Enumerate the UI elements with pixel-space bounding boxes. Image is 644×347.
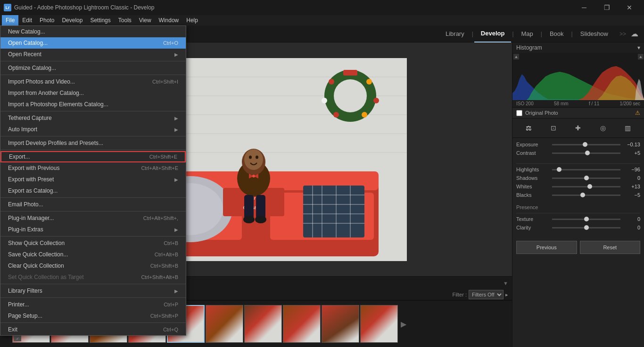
tab-develop[interactable]: Develop [474, 25, 512, 42]
film-thumb-6[interactable] [206, 305, 243, 343]
menu-item-export-catalog[interactable]: Export as Catalog... [0, 185, 186, 196]
crop-tool[interactable]: ⊡ [547, 121, 560, 135]
whites-thumb[interactable] [587, 184, 592, 189]
import-catalog-label: Import from Another Catalog... [8, 90, 84, 96]
menu-tools[interactable]: Tools [115, 15, 135, 25]
menu-item-import-catalog[interactable]: Import from Another Catalog... [0, 87, 186, 99]
highlights-label: Highlights [516, 167, 549, 172]
svg-point-26 [244, 149, 263, 170]
clear-quick-shortcut: Ctrl+Shift+B [150, 263, 178, 269]
highlights-value: −96 [623, 167, 640, 172]
menu-view[interactable]: View [135, 15, 155, 25]
titlebar-controls: ─ ❐ ✕ [573, 0, 640, 15]
gradient-tool[interactable]: ▥ [621, 121, 635, 135]
library-filters-arrow: ▶ [174, 288, 178, 294]
close-button[interactable]: ✕ [619, 0, 640, 15]
blacks-track [552, 195, 620, 196]
minimize-button[interactable]: ─ [573, 0, 595, 15]
basic-adjustments-tool[interactable]: ⚖ [522, 121, 535, 135]
warning-icon: ⚠ [635, 110, 640, 116]
healing-tool[interactable]: ✚ [571, 121, 585, 135]
texture-thumb[interactable] [584, 217, 589, 221]
highlights-thumb[interactable] [557, 167, 561, 172]
export-previous-shortcut: Ctrl+Alt+Shift+E [141, 165, 178, 171]
tab-slideshow[interactable]: Slideshow [574, 25, 615, 42]
menu-item-export[interactable]: Export... Ctrl+Shift+E [0, 151, 186, 162]
tab-book[interactable]: Book [543, 25, 570, 42]
menu-item-page-setup[interactable]: Page Setup... Ctrl+Shift+P [0, 310, 186, 322]
show-quick-label: Show Quick Collection [8, 240, 65, 246]
film-thumb-7[interactable] [244, 305, 282, 343]
menu-item-new-catalog[interactable]: New Catalog... [0, 26, 186, 37]
menu-item-clear-quick[interactable]: Clear Quick Collection Ctrl+Shift+B [0, 260, 186, 271]
menu-item-exit[interactable]: Exit Ctrl+Q [0, 324, 186, 335]
menu-item-import-presets[interactable]: Import Develop Profiles and Presets... [0, 137, 186, 149]
exposure-thumb[interactable] [583, 142, 587, 147]
menu-help[interactable]: Help [182, 15, 202, 25]
menu-settings[interactable]: Settings [86, 15, 114, 25]
menu-item-import-photos[interactable]: Import Photos and Video... Ctrl+Shift+I [0, 76, 186, 87]
page-setup-label: Page Setup... [8, 313, 42, 319]
histogram-section: Histogram ▾ [512, 42, 644, 108]
export-shortcut: Ctrl+Shift+E [149, 154, 177, 160]
maximize-button[interactable]: ❐ [596, 0, 618, 15]
menu-item-email-photo[interactable]: Email Photo... [0, 199, 186, 210]
redeye-tool[interactable]: ◎ [596, 121, 610, 135]
previous-button[interactable]: Previous [516, 241, 577, 254]
shadows-thumb[interactable] [584, 176, 589, 180]
svg-point-41 [322, 98, 327, 103]
filter-expand-icon[interactable]: ▸ [505, 292, 508, 298]
import-photos-label: Import Photos and Video... [8, 78, 75, 85]
divider-10 [0, 297, 186, 298]
menu-photo[interactable]: Photo [36, 15, 58, 25]
film-thumb-8[interactable] [283, 305, 321, 343]
expand-icon[interactable]: ▼ [503, 280, 508, 286]
menu-item-import-elements[interactable]: Import a Photoshop Elements Catalog... [0, 99, 186, 110]
clarity-row: Clarity 0 [516, 225, 640, 230]
contrast-thumb[interactable] [585, 151, 590, 155]
menu-edit[interactable]: Edit [18, 15, 36, 25]
original-photo-checkbox[interactable] [516, 110, 522, 116]
highlights-track [552, 169, 620, 170]
contrast-label: Contrast [516, 150, 549, 156]
menu-item-auto-import[interactable]: Auto Import ▶ [0, 124, 186, 135]
menu-item-export-previous[interactable]: Export with Previous Ctrl+Alt+Shift+E [0, 162, 186, 174]
sliders-section: Exposure −0.13 Contrast +5 [512, 138, 644, 237]
menu-item-export-preset[interactable]: Export with Preset ▶ [0, 174, 186, 185]
contrast-value: +5 [623, 150, 640, 156]
clear-quick-label: Clear Quick Collection [8, 262, 64, 269]
film-thumb-10[interactable] [360, 305, 398, 343]
filter-select[interactable]: Filters Off [469, 290, 504, 299]
menu-item-save-quick[interactable]: Save Quick Collection... Ctrl+Alt+B [0, 249, 186, 260]
menu-item-open-recent[interactable]: Open Recent ▶ [0, 49, 186, 60]
menu-item-printer[interactable]: Printer... Ctrl+P [0, 299, 186, 310]
menu-item-show-quick[interactable]: Show Quick Collection Ctrl+B [0, 237, 186, 249]
menu-item-plugin-extras[interactable]: Plug-in Extras ▶ [0, 224, 186, 235]
shadow-indicator[interactable]: ▲ [513, 54, 519, 59]
menu-item-plugin-manager[interactable]: Plug-in Manager... Ctrl+Alt+Shift+, [0, 212, 186, 224]
filmstrip-scroll-right[interactable]: ▶ [401, 320, 406, 329]
menu-develop[interactable]: Develop [58, 15, 86, 25]
svg-point-31 [252, 175, 255, 178]
menu-window[interactable]: Window [155, 15, 183, 25]
import-presets-label: Import Develop Profiles and Presets... [8, 140, 103, 146]
presence-header: Presence [516, 201, 640, 213]
tab-map[interactable]: Map [515, 25, 540, 42]
menu-item-open-catalog[interactable]: Open Catalog... Ctrl+O [0, 37, 186, 49]
menu-item-library-filters[interactable]: Library Filters ▶ [0, 285, 186, 296]
blacks-thumb[interactable] [580, 193, 585, 197]
divider-11 [0, 322, 186, 323]
menu-item-tethered[interactable]: Tethered Capture ▶ [0, 112, 186, 124]
clarity-thumb[interactable] [584, 225, 589, 230]
histogram-canvas: ▲ ▲ [512, 53, 644, 100]
highlight-indicator[interactable]: ▲ [638, 54, 644, 59]
histogram-collapse-icon[interactable]: ▾ [637, 44, 640, 51]
divider-7 [0, 211, 186, 212]
menu-file[interactable]: File [2, 15, 18, 25]
film-thumb-9[interactable] [322, 305, 359, 343]
reset-button[interactable]: Reset [580, 241, 641, 254]
menu-item-optimize-catalog[interactable]: Optimize Catalog... [0, 62, 186, 74]
tab-library[interactable]: Library [439, 25, 471, 42]
svg-rect-33 [256, 195, 265, 219]
export-previous-label: Export with Previous [8, 165, 59, 171]
